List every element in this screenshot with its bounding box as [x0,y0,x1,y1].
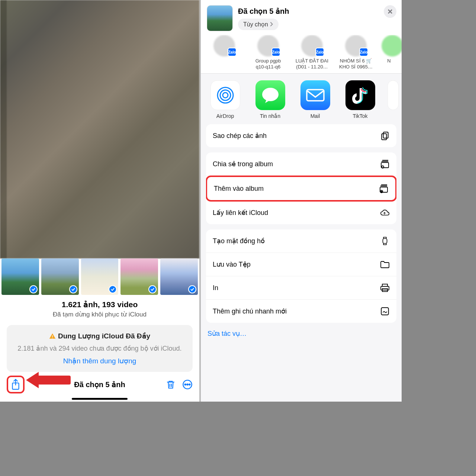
share-apps-row: AirDrop Tin nhắn Mail TikTok [201,74,402,124]
more-icon[interactable] [182,379,193,390]
svg-rect-19 [382,284,387,286]
tiktok-icon [352,86,369,104]
library-sync-status: Đã tạm dừng khôi phục từ iCloud [4,311,196,318]
app-tiktok[interactable]: TikTok [342,80,378,119]
share-sheet-title: Đã chọn 5 ảnh [238,7,289,16]
folder-icon [380,260,390,269]
annotation-arrow [26,371,71,389]
share-contact[interactable]: Zalo Group pgpb q10-q11-q6 [250,35,286,70]
thumbnail[interactable] [1,258,39,295]
svg-rect-1 [52,337,53,338]
share-contacts-row: Zalo Zalo Group pgpb q10-q11-q6 Zalo LUẬ… [201,35,402,74]
svg-point-7 [223,93,228,98]
zalo-badge-icon: Zalo [359,48,368,57]
share-contact[interactable]: Zalo LUẬT ĐẤT ĐAI (D01 - 11.20… [294,35,330,70]
svg-rect-0 [52,335,53,337]
photos-library-pane: 1.621 ảnh, 193 video Đã tạm dừng khôi ph… [0,0,201,402]
zalo-badge-icon: Zalo [315,48,324,57]
mail-icon [305,88,325,102]
app-label: Tin nhắn [260,113,280,119]
share-sheet-pane: Đã chọn 5 ảnh Tùy chọn Zalo Zalo Group p… [201,0,402,402]
action-new-quick-note[interactable]: Thêm ghi chú nhanh mới [206,300,396,323]
airdrop-icon [215,85,236,106]
close-button[interactable] [384,5,396,18]
check-icon [29,285,38,293]
share-contact[interactable]: Zalo NHÓM SỈ 6 🛒 KHO SỈ 0965… [338,35,374,70]
home-indicator [72,398,128,400]
quicknote-icon [380,306,390,316]
action-label: Chia sẻ trong album [213,160,273,168]
zalo-badge-icon: Zalo [228,48,237,57]
svg-rect-22 [381,308,389,315]
action-label: Sao chép các ảnh [213,132,267,140]
action-label: Lưu vào Tệp [213,260,251,268]
check-icon [188,285,196,293]
action-icloud-link[interactable]: Lấy liên kết iCloud [206,201,396,224]
action-add-to-album[interactable]: Thêm vào album [206,176,396,202]
svg-point-8 [220,90,231,100]
trash-icon[interactable] [166,379,176,390]
share-icon [11,379,20,390]
thumbnail[interactable] [120,258,158,295]
action-label: In [213,284,218,292]
app-mail[interactable]: Mail [298,80,333,119]
zalo-badge-icon: Zalo [271,48,280,57]
action-create-watch-face[interactable]: Tạo mặt đồng hồ [206,229,396,253]
share-contact[interactable]: N [382,35,396,70]
share-button[interactable] [7,376,25,393]
action-share-in-album[interactable]: Chia sẻ trong album [206,152,396,176]
svg-rect-14 [381,163,389,168]
action-label: Thêm vào album [214,185,264,193]
library-stats: 1.621 ảnh, 193 video Đã tạm dừng khôi ph… [0,295,199,321]
svg-rect-11 [307,90,324,101]
album-add-icon [379,184,389,193]
warning-icon [49,333,56,340]
chevron-right-icon [270,22,273,27]
printer-icon [380,283,390,293]
copy-icon [380,131,390,141]
svg-point-15 [382,166,384,168]
icloud-full-card[interactable]: Dung Lượng iCloud Đã Đầy 2.181 ảnh và 29… [7,325,193,372]
svg-point-5 [187,384,188,385]
app-label: Mail [311,113,320,119]
thumbnail[interactable] [41,258,79,295]
close-icon [387,9,393,15]
album-share-icon [380,159,390,169]
edit-actions-link[interactable]: Sửa tác vụ… [206,328,396,338]
bottom-toolbar: Đã chọn 5 ảnh [0,372,199,396]
svg-rect-12 [383,132,388,138]
svg-rect-13 [382,134,386,140]
action-save-to-files[interactable]: Lưu vào Tệp [206,253,396,276]
action-group: Chia sẻ trong album Thêm vào album Lấy l… [206,152,396,224]
svg-rect-18 [383,239,387,244]
share-contact[interactable]: Zalo [206,35,242,70]
action-label: Lấy liên kết iCloud [213,209,268,217]
icloud-card-title: Dung Lượng iCloud Đã Đầy [58,332,150,340]
app-messages[interactable]: Tin nhắn [253,80,288,119]
library-count: 1.621 ảnh, 193 video [4,300,196,309]
share-actions: Sao chép các ảnh Chia sẻ trong album Thê… [201,124,402,402]
selected-thumbnails-row [0,258,199,295]
app-airdrop[interactable]: AirDrop [208,80,243,119]
thumbnail[interactable] [81,258,119,295]
options-label: Tùy chọn [243,21,268,28]
action-label: Tạo mặt đồng hồ [213,237,265,245]
preview-thumbnail [207,5,233,31]
watch-icon [380,236,390,246]
action-label: Thêm ghi chú nhanh mới [213,307,287,315]
check-icon [109,285,117,293]
app-more[interactable] [387,80,395,119]
share-sheet-header: Đã chọn 5 ảnh Tùy chọn [201,0,402,35]
messages-icon [261,87,280,104]
app-label: AirDrop [216,113,234,119]
action-print[interactable]: In [206,276,396,300]
thumbnail[interactable] [160,258,198,295]
svg-point-4 [185,384,186,385]
action-group: Tạo mặt đồng hồ Lưu vào Tệp In Thêm ghi … [206,229,396,323]
action-group: Sao chép các ảnh [206,124,396,147]
check-icon [69,285,77,293]
get-more-storage-link[interactable]: Nhận thêm dung lượng [14,357,185,365]
action-copy-photos[interactable]: Sao chép các ảnh [206,124,396,147]
options-button[interactable]: Tùy chọn [238,19,279,30]
icloud-card-body: 2.181 ảnh và 294 video chưa được đồng bộ… [14,344,185,353]
